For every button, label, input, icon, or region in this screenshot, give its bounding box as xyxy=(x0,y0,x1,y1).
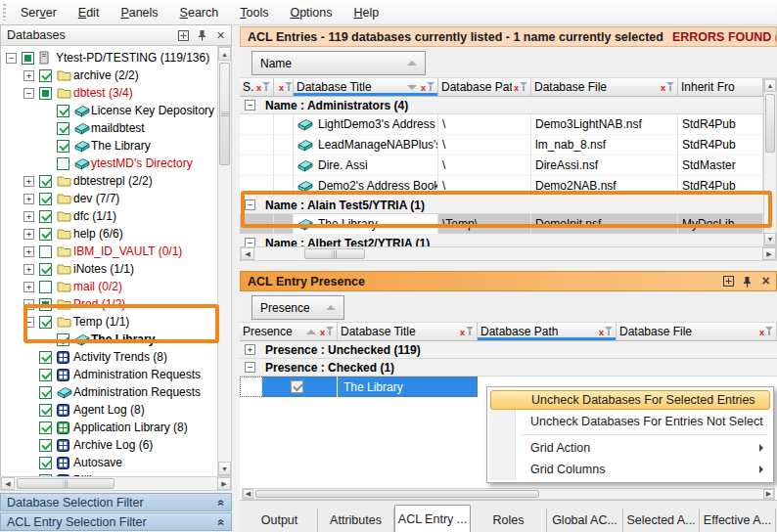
context-menu-item[interactable]: Uncheck Databases For Entries Not Select… xyxy=(489,411,771,432)
expand-box-icon[interactable]: + xyxy=(23,194,34,204)
tree-item[interactable]: Autosave xyxy=(1,454,217,471)
context-menu-item[interactable]: Grid Columns xyxy=(489,459,771,480)
group-row-checked[interactable]: − Presence : Checked (1) xyxy=(240,359,777,377)
selected-presence-row[interactable]: The Library xyxy=(240,377,478,397)
tree-item[interactable]: Agent Log (8) xyxy=(1,401,217,419)
checkbox-on[interactable] xyxy=(39,210,52,223)
tree-item[interactable]: License Key Depository xyxy=(1,102,217,119)
collapse-chevron-icon[interactable]: « xyxy=(215,499,229,506)
checkbox-checked-disabled[interactable] xyxy=(291,380,303,393)
checkbox-on[interactable] xyxy=(39,386,52,399)
tree-item[interactable]: +dfc (1/1) xyxy=(1,207,217,225)
database-path-cell[interactable]: \ xyxy=(438,114,531,134)
tree-item[interactable]: +IBM_ID_VAULT (0/1) xyxy=(1,243,217,260)
collapse-box-icon[interactable]: − xyxy=(23,88,34,99)
database-title-cell[interactable]: The Library xyxy=(294,214,438,234)
menu-item-options[interactable]: Options xyxy=(279,2,343,23)
tab-output[interactable]: Output xyxy=(242,509,318,532)
maximize-icon[interactable] xyxy=(177,29,190,42)
grid-row[interactable]: Demo2's Address Book\Demo2NAB.nsfStdR4Pu… xyxy=(240,176,777,197)
presence-grid-horizontal-scrollbar[interactable]: ◀ ▶ xyxy=(242,488,775,500)
database-path-cell[interactable]: \Temp\ xyxy=(438,214,531,234)
filter-icon[interactable]: x xyxy=(279,81,293,93)
column-header-blank[interactable]: x xyxy=(274,78,294,96)
checkbox-off[interactable] xyxy=(39,245,52,258)
tree-item[interactable]: Archive Log (6) xyxy=(1,436,217,454)
checkbox-on[interactable] xyxy=(39,404,52,417)
group-row[interactable]: −Name : Alain Test5/YTRIA (1) xyxy=(240,197,777,214)
tree-item[interactable]: +iNotes (1/1) xyxy=(1,260,217,278)
tree-item[interactable]: +archive (2/2) xyxy=(1,66,217,84)
checkbox-on[interactable] xyxy=(39,351,52,364)
scroll-up-button[interactable]: ▲ xyxy=(218,47,231,61)
toolbar-grip[interactable] xyxy=(3,4,6,21)
filter-icon[interactable]: x xyxy=(320,326,334,337)
tab-attributes[interactable]: Attributes xyxy=(318,509,394,532)
checkbox-on[interactable] xyxy=(57,122,69,135)
tree-vertical-scrollbar[interactable]: ▲ ▼ xyxy=(217,46,232,476)
tree-item[interactable]: −dbtest (3/4) xyxy=(1,84,217,102)
filter-icon[interactable]: x xyxy=(599,326,613,337)
checkbox-on[interactable] xyxy=(39,69,52,82)
scrollbar-thumb[interactable] xyxy=(304,248,365,259)
tree-item[interactable]: +mail (0/2) xyxy=(1,278,217,295)
tree-item[interactable]: Application Library (8) xyxy=(1,419,217,436)
inherit-from-cell[interactable]: StdR4Pub xyxy=(678,176,763,196)
inherit-from-cell[interactable]: StdMaster xyxy=(678,155,763,175)
database-path-cell[interactable]: \ xyxy=(438,135,531,155)
scroll-up-button[interactable]: ▲ xyxy=(764,79,776,92)
group-row-unchecked[interactable]: + Presence : Unchecked (119) xyxy=(240,341,777,359)
group-by-presence-dropdown[interactable]: Presence xyxy=(251,295,344,320)
expand-box-icon[interactable]: + xyxy=(23,246,34,257)
column-header-database-title[interactable]: Database Titlex xyxy=(338,323,478,340)
scroll-right-button[interactable]: ▶ xyxy=(762,247,776,260)
checkbox-on[interactable] xyxy=(39,421,52,434)
close-icon[interactable]: × xyxy=(759,275,772,288)
filter-icon[interactable]: x xyxy=(514,81,527,93)
checkbox-on[interactable] xyxy=(57,333,69,346)
database-selection-filter-bar[interactable]: Database Selection Filter « xyxy=(0,493,232,511)
flag-cell[interactable] xyxy=(274,135,294,155)
expand-box-icon[interactable]: + xyxy=(245,344,255,355)
filter-icon[interactable]: x xyxy=(460,326,474,337)
pin-icon[interactable] xyxy=(196,29,208,42)
database-file-cell[interactable]: DemoInit.nsf xyxy=(531,214,678,234)
checkbox-on[interactable] xyxy=(39,228,52,241)
collapse-box-icon[interactable]: − xyxy=(245,100,255,111)
filter-icon[interactable]: x xyxy=(256,81,270,93)
selector-cell[interactable] xyxy=(240,155,274,175)
column-header-s-[interactable]: S..x xyxy=(240,78,274,96)
tree-item[interactable]: Activity Trends (8) xyxy=(1,348,217,366)
menu-item-search[interactable]: Search xyxy=(169,2,230,23)
database-path-cell[interactable]: \ xyxy=(438,155,531,175)
flag-cell[interactable] xyxy=(274,176,294,196)
tree-item[interactable]: Administration Requests xyxy=(1,383,217,401)
tree-item[interactable]: The Library xyxy=(1,331,217,348)
expand-box-icon[interactable]: + xyxy=(23,211,34,222)
tree-item[interactable]: Administration Requests xyxy=(1,366,217,383)
menu-item-help[interactable]: Help xyxy=(343,2,390,23)
scroll-right-button[interactable]: ▶ xyxy=(763,489,774,499)
database-file-cell[interactable]: Demo2NAB.nsf xyxy=(531,176,678,196)
tree-item[interactable]: −Ytest-PD/TESTING (119/136) xyxy=(1,49,217,66)
selector-cell[interactable] xyxy=(240,176,274,196)
scroll-left-button[interactable]: ◀ xyxy=(241,247,254,260)
checkbox-on[interactable] xyxy=(39,457,52,469)
selector-cell[interactable] xyxy=(240,135,274,155)
acl-grid-horizontal-scrollbar[interactable]: ◀ ▶ xyxy=(240,246,777,261)
scrollbar-thumb[interactable] xyxy=(219,63,230,165)
filter-icon[interactable]: x xyxy=(759,326,773,337)
tree-item[interactable]: +Prod (1/2) xyxy=(1,295,217,313)
scroll-left-button[interactable]: ◀ xyxy=(1,477,15,490)
checkbox-on[interactable] xyxy=(39,193,52,205)
menu-item-tools[interactable]: Tools xyxy=(229,2,279,23)
context-menu-item[interactable]: Uncheck Databases For Selected Entries xyxy=(490,390,770,410)
flag-cell[interactable] xyxy=(274,155,294,175)
tree-item[interactable]: maildbtest xyxy=(1,119,217,137)
column-header-database-file[interactable]: Database Filex xyxy=(531,78,678,96)
scroll-down-button[interactable]: ▼ xyxy=(218,462,231,475)
menu-item-server[interactable]: Server xyxy=(10,2,68,23)
database-file-cell[interactable]: lm_nab_8.nsf xyxy=(531,135,678,155)
tree-item[interactable]: −Temp (1/1) xyxy=(1,313,217,331)
expand-box-icon[interactable]: + xyxy=(23,299,34,310)
